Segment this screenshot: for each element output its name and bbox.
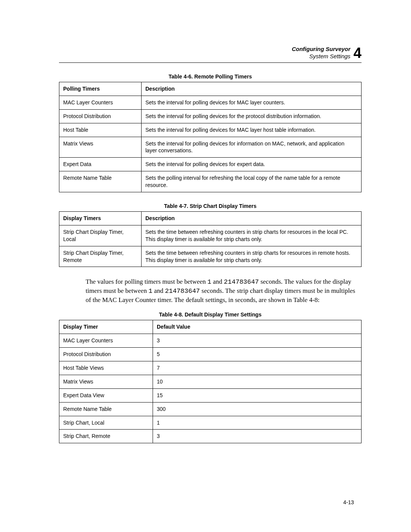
body-paragraph: The values for polling timers must be be…: [86, 278, 362, 305]
table-row: MAC Layer Counters Sets the interval for…: [59, 96, 362, 109]
table48-caption: Table 4-8. Default Display Timer Setting…: [59, 312, 362, 318]
table-row: Remote Name Table 300: [59, 402, 362, 416]
table47: Display Timers Description Strip Chart D…: [59, 211, 362, 267]
cell: Sets the interval for polling devices fo…: [142, 109, 362, 123]
cell: MAC Layer Counters: [59, 96, 142, 109]
cell: Strip Chart, Local: [59, 416, 153, 430]
table-row: MAC Layer Counters 3: [59, 334, 362, 348]
table46-h0: Polling Timers: [59, 82, 142, 96]
cell: 3: [153, 430, 362, 443]
table47-h1: Description: [142, 212, 362, 225]
header-title: Configuring Surveyor: [292, 46, 350, 53]
header-subtitle: System Settings: [292, 53, 350, 60]
para-text: and: [152, 287, 165, 294]
table-row: Expert Data Sets the interval for pollin…: [59, 158, 362, 171]
para-num: 1: [148, 288, 152, 295]
table48-h0: Display Timer: [59, 320, 153, 334]
table46: Polling Timers Description MAC Layer Cou…: [59, 82, 362, 192]
table-row: Strip Chart, Local 1: [59, 416, 362, 430]
table-header-row: Polling Timers Description: [59, 82, 362, 96]
cell: Sets the time between refreshing counter…: [142, 246, 362, 267]
table47-caption: Table 4-7. Strip Chart Display Timers: [59, 203, 362, 209]
cell: 7: [153, 361, 362, 375]
cell: 5: [153, 348, 362, 361]
table-row: Protocol Distribution Sets the interval …: [59, 109, 362, 123]
cell: Strip Chart Display Timer, Remote: [59, 246, 142, 267]
page-header: Configuring Surveyor System Settings 4: [59, 46, 362, 63]
cell: Sets the interval for polling devices fo…: [142, 123, 362, 137]
cell: Sets the time between refreshing counter…: [142, 225, 362, 246]
cell: Sets the interval for polling devices fo…: [142, 96, 362, 109]
page-number: 4-13: [343, 499, 354, 505]
table-row: Strip Chart Display Timer, Local Sets th…: [59, 225, 362, 246]
cell: Sets the interval for polling devices fo…: [142, 137, 362, 158]
header-text: Configuring Surveyor System Settings: [292, 46, 350, 60]
cell: Strip Chart, Remote: [59, 430, 153, 443]
cell: 300: [153, 402, 362, 416]
chapter-number: 4: [354, 46, 362, 60]
para-num: 1: [207, 278, 211, 286]
table-row: Matrix Views Sets the interval for polli…: [59, 137, 362, 158]
cell: Host Table Views: [59, 361, 153, 375]
cell: Protocol Distribution: [59, 109, 142, 123]
cell: Host Table: [59, 123, 142, 137]
cell: Matrix Views: [59, 137, 142, 158]
para-num: 214783647: [165, 288, 200, 295]
table-header-row: Display Timer Default Value: [59, 320, 362, 334]
cell: Remote Name Table: [59, 402, 153, 416]
para-text: The values for polling timers must be be…: [86, 278, 207, 285]
table46-caption: Table 4-6. Remote Polling Timers: [59, 73, 362, 80]
table-row: Host Table Views 7: [59, 361, 362, 375]
cell: Sets the interval for polling devices fo…: [142, 158, 362, 171]
table-row: Protocol Distribution 5: [59, 348, 362, 361]
cell: 15: [153, 388, 362, 402]
table-row: Strip Chart Display Timer, Remote Sets t…: [59, 246, 362, 267]
table46-h1: Description: [142, 82, 362, 96]
table-row: Expert Data View 15: [59, 388, 362, 402]
cell: Expert Data: [59, 158, 142, 171]
cell: Protocol Distribution: [59, 348, 153, 361]
cell: MAC Layer Counters: [59, 334, 153, 348]
table48: Display Timer Default Value MAC Layer Co…: [59, 320, 362, 443]
cell: Remote Name Table: [59, 171, 142, 192]
cell: Sets the polling interval for refreshing…: [142, 171, 362, 192]
cell: 1: [153, 416, 362, 430]
para-num: 214783647: [224, 278, 259, 286]
document-page: Configuring Surveyor System Settings 4 T…: [0, 0, 411, 532]
table-row: Remote Name Table Sets the polling inter…: [59, 171, 362, 192]
cell: Strip Chart Display Timer, Local: [59, 225, 142, 246]
para-text: and: [211, 278, 224, 285]
table48-h1: Default Value: [153, 320, 362, 334]
table-row: Host Table Sets the interval for polling…: [59, 123, 362, 137]
table-row: Strip Chart, Remote 3: [59, 430, 362, 443]
cell: Expert Data View: [59, 388, 153, 402]
table-header-row: Display Timers Description: [59, 212, 362, 225]
cell: 10: [153, 375, 362, 388]
table-row: Matrix Views 10: [59, 375, 362, 388]
table47-h0: Display Timers: [59, 212, 142, 225]
cell: Matrix Views: [59, 375, 153, 388]
cell: 3: [153, 334, 362, 348]
